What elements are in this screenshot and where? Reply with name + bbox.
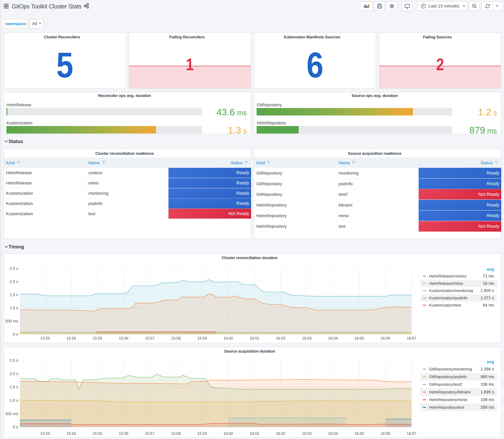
svg-text:2.5 s: 2.5 s	[10, 358, 18, 363]
svg-text:15:53: 15:53	[40, 431, 50, 436]
svg-text:15:57: 15:57	[145, 336, 155, 340]
svg-text:16:00: 16:00	[223, 431, 233, 436]
svg-text:2.0 s: 2.0 s	[10, 279, 18, 284]
svg-text:15:54: 15:54	[66, 431, 76, 436]
svg-text:1.0 s: 1.0 s	[10, 306, 18, 310]
svg-text:15:59: 15:59	[197, 336, 207, 340]
svg-text:15:58: 15:58	[171, 336, 181, 340]
svg-text:15:55: 15:55	[93, 336, 102, 340]
svg-text:15:56: 15:56	[119, 336, 129, 340]
svg-text:15:55: 15:55	[93, 431, 102, 436]
svg-text:16:03: 16:03	[302, 431, 312, 436]
svg-text:1.5 s: 1.5 s	[10, 293, 18, 297]
svg-text:15:53: 15:53	[40, 336, 50, 340]
svg-text:16:01: 16:01	[250, 431, 259, 436]
svg-text:1.0 s: 1.0 s	[10, 398, 18, 403]
svg-text:15:57: 15:57	[145, 431, 155, 436]
svg-text:16:01: 16:01	[250, 336, 259, 340]
svg-text:16:00: 16:00	[223, 336, 233, 340]
svg-text:16:02: 16:02	[276, 431, 285, 436]
svg-text:16:07: 16:07	[407, 336, 416, 340]
svg-text:16:06: 16:06	[381, 336, 390, 340]
svg-text:16:07: 16:07	[407, 431, 416, 436]
svg-text:15:58: 15:58	[171, 431, 181, 436]
svg-text:15:54: 15:54	[66, 336, 76, 340]
svg-text:16:05: 16:05	[354, 336, 364, 340]
svg-text:2.0 s: 2.0 s	[10, 371, 18, 376]
svg-text:16:02: 16:02	[276, 336, 285, 340]
svg-text:16:04: 16:04	[328, 431, 338, 436]
svg-text:1.5 s: 1.5 s	[10, 385, 18, 389]
svg-text:2.5 s: 2.5 s	[10, 266, 18, 271]
svg-text:0 s: 0 s	[13, 332, 18, 337]
svg-text:15:56: 15:56	[119, 431, 129, 436]
svg-text:500 ms: 500 ms	[5, 319, 18, 323]
svg-text:500 ms: 500 ms	[5, 412, 18, 416]
svg-text:15:59: 15:59	[197, 431, 207, 436]
svg-text:16:05: 16:05	[354, 431, 364, 436]
svg-text:16:04: 16:04	[328, 336, 338, 340]
svg-text:16:03: 16:03	[302, 336, 312, 340]
svg-text:0 s: 0 s	[13, 425, 18, 429]
svg-text:16:06: 16:06	[381, 431, 390, 436]
